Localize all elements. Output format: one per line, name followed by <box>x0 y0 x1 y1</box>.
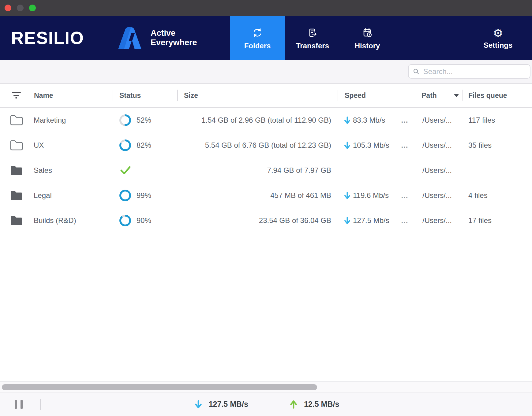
tab-label: Folders <box>244 42 271 50</box>
size-value: 1.54 GB of 2.96 GB (total of 112.90 GB) <box>181 116 331 124</box>
size-value: 5.54 GB of 6.76 GB (total of 12.23 GB) <box>181 141 331 150</box>
status-cell: 52% <box>119 114 151 126</box>
row-menu-button[interactable]: ... <box>398 216 411 225</box>
files-queue-value: 4 files <box>468 191 488 200</box>
path-value: /Users/... <box>422 166 452 175</box>
path-value: /Users/... <box>422 216 452 225</box>
download-arrow-icon <box>344 217 350 225</box>
progress-ring <box>119 114 131 126</box>
upload-arrow-icon <box>290 400 297 409</box>
folder-name: Legal <box>34 191 52 200</box>
column-header-status[interactable]: Status <box>119 91 141 100</box>
download-arrow-icon <box>195 400 202 409</box>
size-value: 7.94 GB of 7.97 GB <box>181 166 331 175</box>
resilio-wordmark: RESILIO <box>11 28 84 48</box>
folder-name: UX <box>34 141 44 150</box>
close-button[interactable] <box>5 5 11 11</box>
sort-caret-icon[interactable] <box>454 94 459 97</box>
speed-cell: 119.6 Mb/s <box>344 191 389 200</box>
upload-speed: 12.5 MB/s <box>304 400 339 409</box>
speed-cell: 105.3 Mb/s <box>344 141 389 150</box>
speed-value: 127.5 Mb/s <box>353 216 389 225</box>
search-box[interactable] <box>408 64 530 79</box>
table-row[interactable]: UX 82% 5.54 GB of 6.76 GB (total of 12.2… <box>0 133 532 158</box>
app-window: RESILIO Active Everywhere Folders <box>0 0 532 416</box>
folder-icon <box>9 189 24 202</box>
column-header-size[interactable]: Size <box>184 91 198 100</box>
download-speed: 127.5 MB/s <box>209 400 248 409</box>
status-cell: 90% <box>119 215 151 226</box>
download-arrow-icon <box>344 142 350 149</box>
path-value: /Users/... <box>422 116 452 124</box>
horizontal-scrollbar <box>0 381 532 392</box>
settings-label: Settings <box>484 41 513 50</box>
table-row[interactable]: Marketing 52% 1.54 GB of 2.96 GB (total … <box>0 108 532 133</box>
speed-value: 119.6 Mb/s <box>353 191 389 200</box>
active-everywhere-label: Active Everywhere <box>151 28 197 47</box>
table-row[interactable]: Builds (R&D) 90% 23.54 GB of 36.04 GB 12… <box>0 208 532 233</box>
folder-icon <box>9 139 24 151</box>
column-header-speed[interactable]: Speed <box>345 91 366 100</box>
row-menu-button[interactable]: ... <box>398 191 411 200</box>
settings-button[interactable]: ⚙ Settings <box>469 16 527 60</box>
status-cell <box>119 165 137 175</box>
progress-ring <box>119 215 131 226</box>
column-header-name[interactable]: Name <box>34 91 53 100</box>
search-icon <box>413 68 420 75</box>
sync-icon <box>252 27 263 38</box>
speed-value: 83.3 Mb/s <box>353 116 385 124</box>
files-queue-value: 17 files <box>468 216 492 225</box>
minimize-button[interactable] <box>17 5 24 11</box>
tab-folders[interactable]: Folders <box>230 16 285 60</box>
status-cell: 99% <box>119 190 151 201</box>
folder-icon <box>9 114 24 126</box>
filter-icon[interactable] <box>12 92 21 99</box>
gear-icon: ⚙ <box>493 28 503 39</box>
zoom-button[interactable] <box>29 5 36 11</box>
folder-name: Sales <box>34 166 52 175</box>
row-menu-button[interactable]: ... <box>398 116 411 124</box>
main-navbar: RESILIO Active Everywhere Folders <box>0 16 532 60</box>
folder-icon <box>9 214 24 227</box>
progress-percent: 99% <box>137 191 151 200</box>
progress-ring <box>119 190 131 201</box>
status-bar: 127.5 MB/s 12.5 MB/s <box>0 392 532 416</box>
tab-history[interactable]: History <box>340 16 395 60</box>
active-everywhere-logo-icon <box>117 27 142 49</box>
progress-percent: 90% <box>137 216 151 225</box>
size-value: 23.54 GB of 36.04 GB <box>181 216 331 225</box>
column-divider <box>113 90 113 101</box>
folder-icon <box>9 164 24 176</box>
column-header-path[interactable]: Path <box>421 91 437 100</box>
column-divider <box>462 90 463 101</box>
tab-label: History <box>355 42 380 50</box>
path-value: /Users/... <box>422 191 452 200</box>
search-input[interactable] <box>423 67 526 76</box>
scrollbar-thumb[interactable] <box>2 384 317 390</box>
folder-name: Builds (R&D) <box>34 216 76 225</box>
status-cell: 82% <box>119 139 151 151</box>
column-divider <box>416 90 416 101</box>
column-header-files-queue[interactable]: Files queue <box>468 91 507 100</box>
files-queue-value: 35 files <box>468 141 492 150</box>
download-arrow-icon <box>344 117 350 124</box>
progress-percent: 52% <box>137 116 151 124</box>
check-icon <box>119 165 132 175</box>
table-row[interactable]: Legal 99% 457 MB of 461 MB 119.6 Mb/s ..… <box>0 183 532 208</box>
tab-transfers[interactable]: Transfers <box>285 16 340 60</box>
row-menu-button[interactable]: ... <box>398 141 411 150</box>
download-arrow-icon <box>344 192 350 199</box>
tab-label: Transfers <box>296 42 329 50</box>
speed-value: 105.3 Mb/s <box>353 141 389 150</box>
transfer-speeds: 127.5 MB/s 12.5 MB/s <box>1 392 532 416</box>
files-queue-value: 117 files <box>468 116 495 124</box>
history-icon <box>362 27 373 38</box>
table-row[interactable]: Sales 7.94 GB of 7.97 GB /Users/... <box>0 158 532 183</box>
progress-ring <box>119 139 131 151</box>
size-value: 457 MB of 461 MB <box>181 191 331 200</box>
toolbar <box>0 60 532 83</box>
transfers-icon <box>307 27 318 38</box>
speed-cell: 127.5 Mb/s <box>344 216 389 225</box>
column-divider <box>338 90 338 101</box>
path-value: /Users/... <box>422 141 452 150</box>
